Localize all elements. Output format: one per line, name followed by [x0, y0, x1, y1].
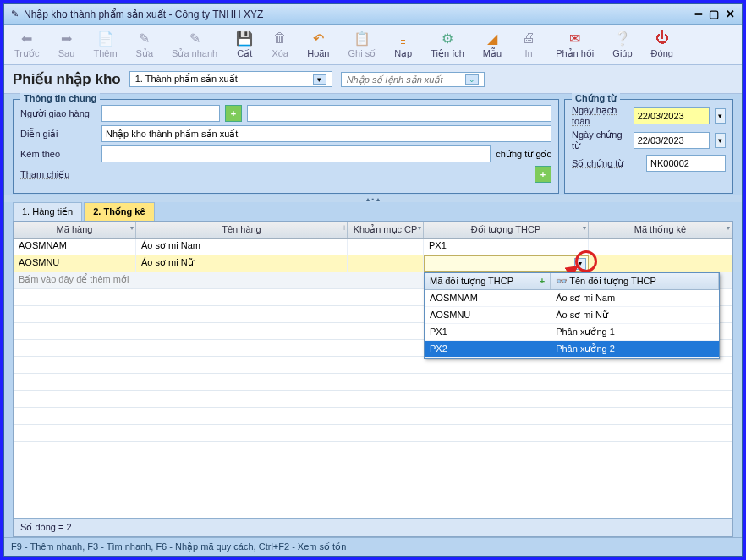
ngay-ct-input[interactable] [634, 132, 710, 149]
tab-hang-tien[interactable]: 1. Hàng tiền [13, 202, 82, 221]
load-button[interactable]: ⭳Nạp [391, 28, 415, 61]
quick-edit-icon: ✎ [186, 30, 203, 47]
grid-row-selected[interactable]: AOSMNU Áo sơ mi Nữ ▾ [14, 255, 732, 272]
main-toolbar: ⬅Trước ➡Sau 📄Thêm ✎Sửa ✎Sửa nhanh 💾Cất 🗑… [4, 25, 742, 65]
close-form-button[interactable]: ⏻Đóng [648, 28, 677, 61]
popup-row[interactable]: PX1Phân xưởng 1 [425, 324, 719, 341]
tham-chieu-label: Tham chiếu [20, 169, 96, 180]
order-search-combo[interactable]: ⌄ [341, 72, 485, 87]
kem-theo-label: Kèm theo [20, 149, 96, 159]
save-icon: 💾 [236, 30, 253, 47]
status-bar: F9 - Thêm nhanh, F3 - Tìm nhanh, F6 - Nh… [4, 537, 742, 556]
minimize-button[interactable]: ━ [695, 8, 702, 20]
voucher-fieldset: Chứng từ Ngày hạch toán ▾ Ngày chứng từ … [564, 99, 733, 194]
grid-row[interactable]: AOSMNAM Áo sơ mi Nam PX1 [14, 239, 732, 255]
col-ma-thong-ke: Mã thống kê▾ [589, 222, 732, 238]
filter-icon[interactable]: ▾ [583, 224, 586, 232]
add-contact-button[interactable]: + [225, 105, 242, 122]
cancel-button[interactable]: ↶Hoãn [304, 28, 332, 61]
maximize-button[interactable]: ▢ [709, 8, 719, 20]
data-grid[interactable]: Mã hàng▾ Tên hàng⊣ Khoản mục CP▾ Đối tượ… [13, 221, 733, 537]
edit-button[interactable]: ✎Sửa [133, 28, 156, 61]
so-ct-input[interactable] [646, 155, 726, 172]
save-button[interactable]: 💾Cất [233, 28, 256, 61]
tab-strip: 1. Hàng tiền 2. Thống kê [4, 202, 742, 221]
quick-edit-button[interactable]: ✎Sửa nhanh [168, 28, 221, 61]
ngay-ht-label: Ngày hạch toán [572, 105, 628, 126]
doi-tuong-cell-active[interactable]: ▾ [424, 255, 589, 272]
filter-icon[interactable]: ▾ [130, 224, 134, 232]
popup-row-highlighted[interactable]: PX2Phân xưởng 2 [425, 341, 719, 358]
calendar-icon[interactable]: ▾ [715, 133, 726, 148]
printer-icon: 🖨 [520, 30, 537, 47]
col-khoan-muc: Khoản mục CP▾ [348, 222, 424, 238]
help-icon: ❔ [614, 30, 631, 47]
nguoi-giao-input[interactable] [101, 105, 220, 122]
print-button[interactable]: 🖨In [517, 28, 540, 61]
add-button[interactable]: 📄Thêm [90, 28, 120, 61]
search-drop-icon[interactable]: ⌄ [465, 74, 479, 85]
app-window: ✎ Nhập kho thành phẩm sản xuất - Công ty… [3, 3, 743, 557]
title-bar: ✎ Nhập kho thành phẩm sản xuất - Công ty… [4, 4, 742, 25]
chevron-down-icon[interactable]: ▾ [313, 74, 326, 85]
post-icon: 📋 [354, 30, 370, 47]
doi-tuong-dropdown[interactable]: Mã đối tượng THCP + 👓Tên đối tượng THCP … [424, 272, 720, 359]
help-button[interactable]: ❔Giúp [609, 28, 635, 61]
app-icon: ✎ [11, 8, 19, 19]
arrow-left-icon: ⬅ [19, 30, 36, 47]
calendar-icon[interactable]: ▾ [715, 108, 726, 124]
arrow-right-icon: ➡ [58, 30, 74, 47]
ngay-ct-label: Ngày chứng từ [572, 129, 628, 151]
pin-icon[interactable]: ⊣ [339, 224, 345, 232]
add-ref-button[interactable]: + [535, 166, 551, 183]
delete-icon: 🗑 [272, 30, 288, 47]
nguoi-giao-name-input[interactable] [247, 105, 551, 122]
prev-button[interactable]: ⬅Trước [11, 28, 42, 61]
gear-icon: ⚙ [439, 30, 456, 47]
grid-header: Mã hàng▾ Tên hàng⊣ Khoản mục CP▾ Đối tượ… [14, 222, 732, 239]
general-legend: Thông tin chung [20, 93, 100, 103]
general-fieldset: Thông tin chung Người giao hàng + Diễn g… [13, 99, 559, 194]
dien-giai-input[interactable] [101, 125, 551, 142]
col-doi-tuong: Đối tượng THCP▾ [424, 222, 589, 238]
next-button[interactable]: ➡Sau [54, 28, 78, 61]
voucher-legend: Chứng từ [572, 93, 620, 104]
grid-body: AOSMNAM Áo sơ mi Nam PX1 AOSMNU Áo sơ mi… [14, 239, 732, 518]
binoculars-icon: 👓 [556, 276, 568, 286]
ngay-ht-input[interactable] [634, 107, 710, 124]
template-button[interactable]: ◢Mẫu [480, 28, 505, 61]
utility-button[interactable]: ⚙Tiện ích [427, 28, 468, 61]
undo-icon: ↶ [310, 30, 326, 47]
window-title: Nhập kho thành phẩm sản xuất - Công ty T… [24, 8, 690, 20]
close-button[interactable]: ✕ [726, 8, 735, 20]
feedback-button[interactable]: ✉Phản hồi [552, 28, 597, 61]
grid-footer: Số dòng = 2 [14, 518, 732, 536]
dropdown-trigger[interactable]: ▾ [574, 258, 586, 270]
load-icon: ⭳ [395, 30, 412, 47]
close-icon: ⏻ [654, 30, 671, 47]
plus-icon[interactable]: + [540, 276, 545, 286]
dien-giai-label: Diễn giải [20, 129, 96, 140]
popup-row[interactable]: AOSMNUÁo sơ mi Nữ [425, 307, 719, 324]
popup-col-code: Mã đối tượng THCP + [425, 273, 551, 289]
form-header: Phiếu nhập kho 1. Thành phẩm sản xuất ▾ … [4, 65, 742, 94]
order-search-input[interactable] [347, 74, 465, 85]
tab-thong-ke[interactable]: 2. Thống kê [84, 202, 154, 221]
add-page-icon: 📄 [97, 30, 114, 47]
popup-row[interactable]: AOSMNAMÁo sơ mi Nam [425, 290, 719, 307]
delete-button[interactable]: 🗑Xóa [268, 28, 292, 61]
edit-icon: ✎ [136, 30, 153, 47]
page-title: Phiếu nhập kho [13, 70, 121, 88]
splitter[interactable]: ▴ ▪ ▴ [4, 195, 742, 202]
nguoi-giao-label: Người giao hàng [20, 108, 96, 119]
col-ma-hang: Mã hàng▾ [14, 222, 136, 238]
col-ten-hang: Tên hàng⊣ [136, 222, 348, 238]
kem-theo-input[interactable] [101, 145, 491, 162]
voucher-type-combo[interactable]: 1. Thành phẩm sản xuất ▾ [129, 71, 332, 87]
popup-col-name: 👓Tên đối tượng THCP [551, 273, 719, 289]
filter-icon[interactable]: ▾ [418, 224, 421, 232]
post-button[interactable]: 📋Ghi số [344, 28, 379, 61]
triangle-icon: ◢ [484, 30, 501, 47]
filter-icon[interactable]: ▾ [727, 224, 730, 232]
mail-icon: ✉ [567, 30, 584, 47]
